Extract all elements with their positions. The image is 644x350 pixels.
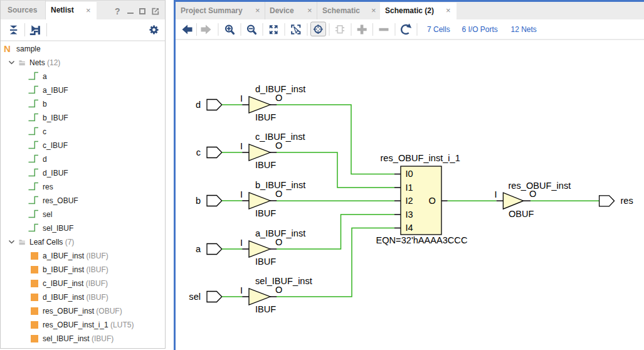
svg-text:I: I [240, 238, 243, 248]
svg-text:EQN=32'hAAAA3CCC: EQN=32'hAAAA3CCC [376, 235, 468, 245]
svg-text:12 Nets: 12 Nets [511, 25, 537, 34]
svg-text:I2: I2 [406, 196, 413, 206]
svg-text:OBUF: OBUF [509, 209, 534, 219]
svg-text:b: b [196, 196, 201, 206]
svg-text:res_OBUF_inst: res_OBUF_inst [509, 181, 571, 191]
svg-text:I3: I3 [406, 209, 413, 220]
svg-text:I1: I1 [406, 183, 413, 193]
svg-text:I0: I0 [406, 169, 413, 179]
svg-text:IBUF: IBUF [255, 304, 276, 314]
svg-text:res_OBUF_inst_i_1: res_OBUF_inst_i_1 [381, 153, 460, 163]
svg-text:a: a [196, 244, 201, 254]
svg-text:I: I [240, 93, 243, 103]
svg-text:a_IBUF_inst: a_IBUF_inst [255, 228, 305, 238]
svg-text:b_IBUF_inst: b_IBUF_inst [255, 180, 305, 190]
svg-text:O: O [429, 196, 436, 206]
svg-text:7 Cells: 7 Cells [427, 25, 450, 34]
svg-text:sel: sel [189, 292, 201, 302]
svg-text:sel_IBUF_inst: sel_IBUF_inst [255, 276, 312, 286]
svg-text:I: I [495, 189, 497, 199]
svg-text:IBUF: IBUF [255, 257, 276, 267]
svg-text:I4: I4 [406, 223, 413, 233]
svg-text:res: res [621, 196, 633, 206]
svg-text:IBUF: IBUF [255, 208, 276, 218]
svg-text:I: I [240, 189, 243, 199]
svg-text:c: c [196, 147, 201, 157]
svg-text:d_IBUF_inst: d_IBUF_inst [255, 84, 305, 94]
svg-text:I: I [240, 141, 243, 151]
svg-text:d: d [196, 100, 201, 110]
svg-text:I: I [240, 285, 243, 295]
svg-text:IBUF: IBUF [255, 160, 276, 170]
svg-text:c_IBUF_inst: c_IBUF_inst [255, 132, 305, 142]
svg-text:6 I/O Ports: 6 I/O Ports [462, 25, 498, 34]
svg-text:IBUF: IBUF [255, 112, 276, 122]
